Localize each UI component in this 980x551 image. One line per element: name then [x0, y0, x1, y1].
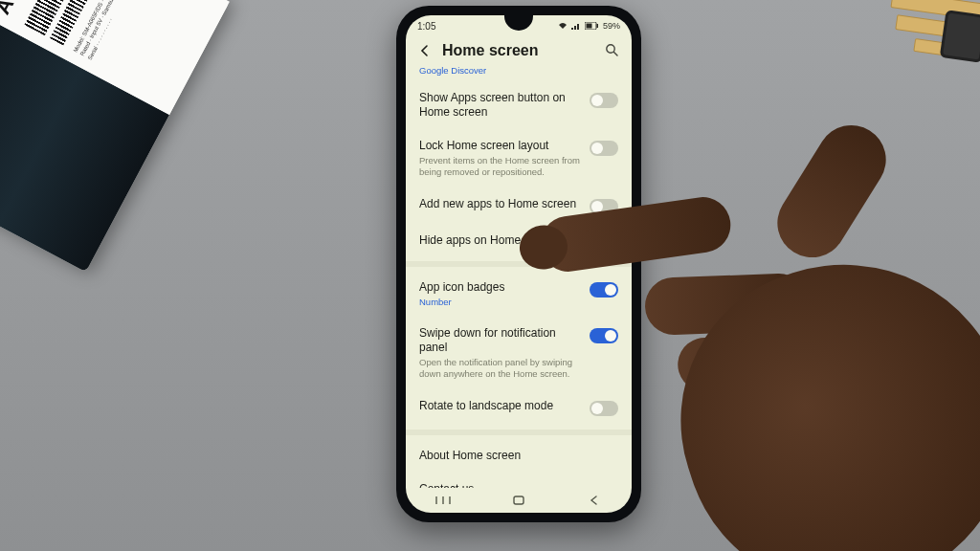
row-about[interactable]: About Home screen — [419, 439, 618, 473]
row-show-apps-button[interactable]: Show Apps screen button on Home screen — [419, 81, 618, 129]
row-add-new-apps[interactable]: Add new apps to Home screen — [419, 187, 618, 224]
search-icon — [605, 43, 619, 57]
svg-point-3 — [607, 45, 614, 53]
nav-back-button[interactable] — [586, 494, 603, 507]
section-divider — [406, 261, 632, 267]
toggle-show-apps-button[interactable] — [590, 93, 618, 108]
row-rotate[interactable]: Rotate to landscape mode — [419, 389, 618, 426]
row-label: About Home screen — [419, 449, 618, 463]
status-time: 1:05 — [417, 21, 435, 32]
product-box-fineprint: Model: SM-A065F/DS · IMEI · Made in · Ra… — [72, 0, 172, 77]
row-subtext: Prevent items on the Home screen from be… — [419, 155, 580, 178]
row-app-icon-badges[interactable]: App icon badges Number — [419, 271, 618, 317]
page-title: Home screen — [442, 42, 595, 59]
row-label: Hide apps on Home and Apps screens — [419, 233, 618, 248]
battery-icon — [585, 22, 599, 30]
row-label: Show Apps screen button on Home screen — [419, 91, 580, 120]
chevron-left-icon — [589, 495, 600, 506]
phone-body: 1:05 59% Home screen — [396, 6, 641, 522]
row-subtext: Open the notification panel by swiping d… — [419, 357, 580, 380]
section-divider — [406, 430, 632, 435]
row-label: App icon badges — [419, 280, 580, 295]
row-lock-layout[interactable]: Lock Home screen layout Prevent items on… — [419, 129, 618, 187]
nav-recents-button[interactable] — [434, 494, 452, 507]
svg-rect-1 — [586, 24, 591, 29]
row-label: Swipe down for notification panel — [419, 326, 580, 355]
row-label: Lock Home screen layout — [419, 139, 580, 153]
svg-line-4 — [614, 53, 618, 56]
row-label: Add new apps to Home screen — [419, 197, 580, 211]
svg-rect-8 — [514, 496, 523, 504]
toggle-rotate[interactable] — [590, 401, 618, 416]
chevron-left-icon — [418, 44, 432, 57]
row-label: Rotate to landscape mode — [419, 399, 580, 413]
svg-rect-2 — [596, 24, 598, 28]
row-swipe-down[interactable]: Swipe down for notification panel Open t… — [419, 317, 618, 389]
signal-icon — [571, 22, 581, 30]
back-button[interactable] — [417, 43, 433, 58]
wifi-icon — [558, 22, 568, 30]
toggle-add-new-apps[interactable] — [590, 199, 618, 214]
toggle-app-icon-badges[interactable] — [590, 282, 618, 298]
row-subtext: Number — [419, 297, 580, 307]
search-button[interactable] — [605, 43, 620, 58]
row-contact[interactable]: Contact us — [419, 473, 618, 489]
row-hide-apps[interactable]: Hide apps on Home and Apps screens — [419, 224, 618, 257]
status-icons: 59% — [558, 21, 620, 31]
nav-bar — [406, 488, 632, 513]
wooden-rig — [876, 0, 980, 130]
toggle-lock-layout[interactable] — [590, 141, 618, 156]
battery-percent: 59% — [603, 21, 620, 31]
app-bar: Home screen — [406, 36, 632, 67]
phone-screen: 1:05 59% Home screen — [406, 15, 632, 513]
toggle-swipe-down[interactable] — [590, 328, 618, 343]
recents-icon — [435, 496, 451, 505]
nav-home-button[interactable] — [510, 494, 527, 507]
home-icon — [512, 495, 525, 506]
settings-list[interactable]: Google Discover Show Apps screen button … — [406, 65, 632, 488]
scroll-remnant-link[interactable]: Google Discover — [419, 65, 618, 76]
